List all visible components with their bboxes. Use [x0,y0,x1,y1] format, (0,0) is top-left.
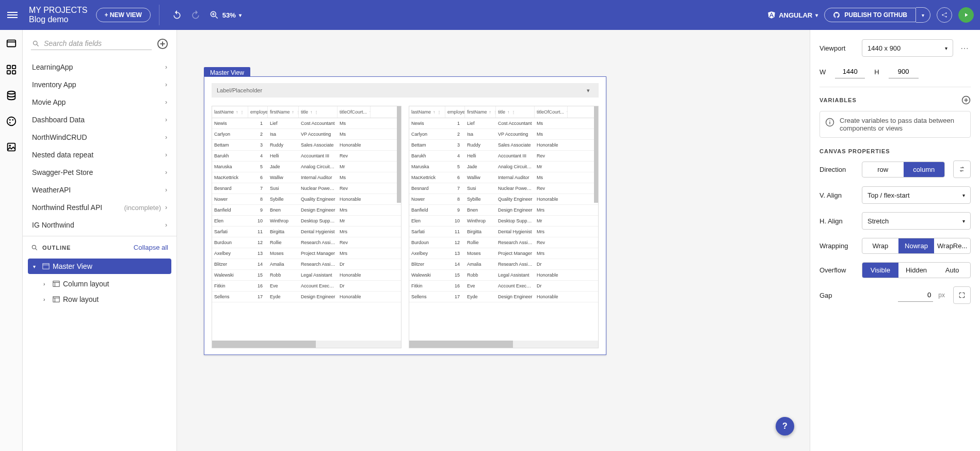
table-row[interactable]: Blitzer14AmaliaResearch Assista...Dr [212,259,401,270]
table-row[interactable]: Walewski15RobbLegal AssistantHonorable [409,270,598,281]
table-row[interactable]: Maruska5JadeAnalog Circuit De...Mr [212,162,401,172]
halign-select[interactable]: Stretch ▾ [862,212,971,230]
tree-root[interactable]: ▾ Master View [28,259,171,274]
column-header[interactable]: employeeID↑⋮ [445,106,465,118]
column-header[interactable]: lastName↑⋮ [212,106,248,118]
sidebar-item[interactable]: NorthWindCRUD› [23,128,176,146]
scrollbar-v[interactable] [594,106,598,203]
overflow-hidden[interactable]: Hidden [898,263,935,278]
column-header[interactable]: titleOfCourt...↑⋮ [338,106,371,118]
sidebar-item[interactable]: Swagger-Pet Store› [23,164,176,181]
height-input[interactable] [889,65,919,78]
wrapping-wrap[interactable]: Wrap [862,238,898,253]
column-header[interactable]: titleOfCourt...↑⋮ [535,106,568,118]
theme-icon[interactable] [6,116,17,127]
overflow-visible[interactable]: Visible [862,263,898,278]
column-header[interactable]: lastName↑⋮ [409,106,445,118]
hamburger-menu[interactable] [6,9,19,21]
table-row[interactable]: Blitzer14AmaliaResearch Assista...Dr [409,259,598,270]
sidebar-item[interactable]: WeatherAPI› [23,181,176,199]
column-header[interactable]: employeeID↑⋮ [248,106,268,118]
sidebar-item[interactable]: IG Northwind› [23,216,176,234]
add-datasource-button[interactable] [157,38,168,50]
table-row[interactable]: Nower8SybilleQuality EngineerHonorable [409,194,598,205]
gap-expand-button[interactable] [953,286,971,304]
table-row[interactable]: Sellens17EydeDesign EngineerHonorable [212,292,401,302]
tree-node[interactable]: ›Column layout [38,276,166,292]
add-variable-button[interactable] [961,95,971,105]
tree-node[interactable]: ›Row layout [38,292,166,307]
column-header[interactable]: firstName↑⋮ [465,106,496,118]
views-icon[interactable] [6,38,17,50]
wrapping-nowrap[interactable]: Nowrap [898,238,935,253]
publish-github-button[interactable]: PUBLISH TO GITHUB [824,8,916,22]
table-row[interactable]: Walewski15RobbLegal AssistantHonorable [212,270,401,281]
column-header[interactable]: firstName↑⋮ [268,106,299,118]
table-row[interactable]: Carlyon2IsaVP AccountingMs [212,129,401,140]
zoom-control[interactable]: 53% ▾ [209,10,242,20]
table-row[interactable]: Besnard7SusiNuclear Power E...Rev [409,183,598,194]
share-button[interactable] [937,7,952,23]
undo-icon[interactable] [172,10,182,20]
preview-button[interactable] [958,7,974,23]
data-grid-1[interactable]: lastName↑⋮employeeID↑⋮firstName↑⋮title↑⋮… [212,106,401,348]
table-row[interactable]: Sellens17EydeDesign EngineerHonorable [409,292,598,302]
column-header[interactable]: title↑⋮ [496,106,535,118]
table-row[interactable]: Maruska5JadeAnalog Circuit De...Mr [409,162,598,172]
help-fab[interactable]: ? [776,417,794,436]
table-row[interactable]: Banfield9BnenDesign EngineerMrs [409,205,598,216]
scrollbar-h[interactable] [409,341,598,348]
table-row[interactable]: Sarfati11BirgittaDental HygienistMrs [212,227,401,237]
table-row[interactable]: Elen10WinthropDesktop Support...Mr [212,216,401,227]
table-row[interactable]: Burdoun12RollieResearch Assista...Rev [409,237,598,248]
table-row[interactable]: Bettam3RuddySales AssociateHonorable [212,140,401,151]
sidebar-item[interactable]: LearningApp› [23,58,176,76]
search-input[interactable] [44,39,151,47]
assets-icon[interactable] [6,141,17,153]
table-row[interactable]: Axelbey13MosesProject ManagerMrs [409,248,598,259]
table-row[interactable]: Carlyon2IsaVP AccountingMs [409,129,598,140]
wrapping-wraprev[interactable]: WrapRe... [934,238,970,253]
sidebar-item[interactable]: Northwind Restful API(incomplete)› [23,199,176,216]
breadcrumb-top[interactable]: MY PROJECTS [29,6,88,15]
components-icon[interactable] [6,64,17,75]
table-row[interactable]: Sarfati11BirgittaDental HygienistMrs [409,227,598,237]
table-row[interactable]: Barukh4HelliAccountant IIIRev [409,151,598,162]
direction-column[interactable]: column [904,162,945,177]
table-row[interactable]: MacKettrick6WalliwInternal AuditorMs [212,172,401,183]
framework-selector[interactable]: ANGULAR ▾ [767,11,818,19]
data-grid-2[interactable]: lastName↑⋮employeeID↑⋮firstName↑⋮title↑⋮… [409,106,599,348]
overflow-auto[interactable]: Auto [934,263,970,278]
table-row[interactable]: Fitkin16EveAccount ExecutiveDr [409,281,598,292]
table-row[interactable]: Nower8SybilleQuality EngineerHonorable [212,194,401,205]
table-row[interactable]: MacKettrick6WalliwInternal AuditorMs [409,172,598,183]
column-header[interactable]: title↑⋮ [299,106,338,118]
data-sources-icon[interactable] [6,90,17,101]
publish-dropdown[interactable]: ▾ [916,7,930,23]
sidebar-item[interactable]: Movie App› [23,93,176,111]
table-row[interactable]: Bettam3RuddySales AssociateHonorable [409,140,598,151]
select-component[interactable]: Label/Placeholder ▾ [212,83,599,98]
new-view-button[interactable]: + NEW VIEW [96,8,151,22]
table-row[interactable]: Fitkin16EveAccount ExecutiveDr [212,281,401,292]
redo-icon[interactable] [190,10,201,20]
sidebar-item[interactable]: Inventory App› [23,76,176,93]
scrollbar-h[interactable] [212,341,401,348]
sidebar-item[interactable]: Dashboard Data› [23,111,176,128]
table-row[interactable]: Banfield9BnenDesign EngineerMrs [212,205,401,216]
table-row[interactable]: Axelbey13MosesProject ManagerMrs [212,248,401,259]
viewport-select[interactable]: 1440 x 900 ▾ [862,39,953,57]
table-row[interactable]: Besnard7SusiNuclear Power E...Rev [212,183,401,194]
valign-select[interactable]: Top / flex-start ▾ [862,186,971,204]
table-row[interactable]: Elen10WinthropDesktop Support...Mr [409,216,598,227]
scrollbar-v[interactable] [397,106,401,203]
design-frame[interactable]: Label/Placeholder ▾ lastName↑⋮employeeID… [204,76,606,355]
direction-row[interactable]: row [862,162,904,177]
table-row[interactable]: Newis1LiefCost AccountantMs [409,118,598,129]
width-input[interactable] [835,65,865,78]
direction-swap-button[interactable] [953,160,971,178]
viewport-more[interactable]: ⋯ [958,43,971,53]
table-row[interactable]: Barukh4HelliAccountant IIIRev [212,151,401,162]
collapse-all-link[interactable]: Collapse all [134,244,168,251]
table-row[interactable]: Newis1LiefCost AccountantMs [212,118,401,129]
